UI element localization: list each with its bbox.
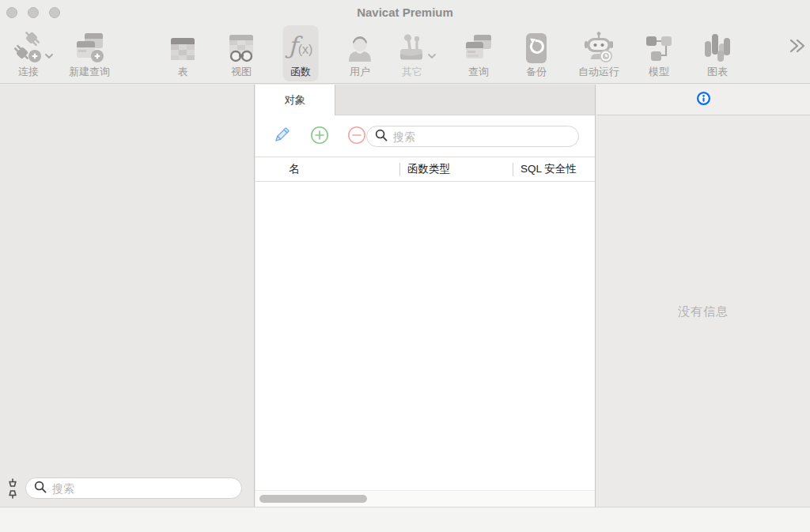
toolbar-item-label: 用户: [350, 65, 370, 78]
info-empty-message: 没有信息: [596, 116, 810, 507]
toolbar-item-model[interactable]: 模型: [638, 25, 679, 81]
toolbar-item-label: 函数: [290, 65, 311, 78]
toolbar-item-label: 备份: [526, 65, 547, 78]
toolbar-item-others[interactable]: 其它: [392, 25, 433, 81]
toolbar-item-label: 模型: [649, 65, 669, 78]
chevron-double-right-icon[interactable]: [788, 38, 807, 57]
toolbar-item-user[interactable]: 用户: [340, 25, 380, 81]
pencil-icon[interactable]: [272, 126, 291, 148]
info-icon[interactable]: [696, 91, 711, 109]
toolbar-item-automation[interactable]: 自动运行: [573, 25, 625, 81]
view-icon: [227, 28, 255, 65]
toolbar-item-backup[interactable]: 备份: [518, 25, 555, 81]
toolbar-item-query[interactable]: 查询: [458, 25, 499, 81]
search-icon: [34, 481, 47, 496]
column-header-function-type[interactable]: 函数类型: [400, 162, 513, 176]
search-icon: [375, 129, 388, 145]
charts-icon: [702, 28, 732, 65]
minus-circle-icon[interactable]: [347, 126, 366, 148]
connection-icon: [13, 28, 44, 65]
window-title: Navicat Premium: [0, 6, 810, 19]
chevron-down-icon: [45, 47, 53, 62]
toolbar-item-view[interactable]: 视图: [221, 25, 261, 81]
horizontal-scrollbar[interactable]: [255, 490, 595, 507]
query-icon: [464, 28, 494, 65]
table-header: 名 函数类型 SQL 安全性: [255, 157, 595, 182]
toolbar-item-new-query[interactable]: 新建查询: [63, 25, 115, 81]
toolbar-item-charts[interactable]: 图表: [697, 25, 738, 81]
toolbar-item-label: 图表: [707, 65, 728, 78]
objects-list-empty: [255, 182, 595, 490]
sidebar-search-field[interactable]: [25, 477, 242, 499]
sidebar-bottom-bar: [0, 477, 254, 500]
main-toolbar: 连接 新建查询: [0, 25, 810, 84]
objects-toolbar: [255, 115, 595, 157]
column-header-sql-security[interactable]: SQL 安全性: [513, 162, 595, 176]
status-bar: [0, 507, 810, 532]
titlebar: Navicat Premium: [0, 0, 810, 25]
toolbar-item-label: 新建查询: [69, 65, 110, 78]
toolbar-item-label: 查询: [468, 65, 489, 78]
objects-pane: 对象: [255, 85, 596, 507]
toolbar-item-label: 视图: [231, 65, 252, 78]
tab-objects[interactable]: 对象: [255, 85, 335, 115]
tab-bar: 对象: [255, 85, 595, 115]
automation-icon: [581, 28, 616, 65]
backup-icon: [524, 28, 549, 65]
toolbar-item-label: 其它: [402, 65, 422, 78]
toolbar-item-function[interactable]: ƒ(x) 函数: [283, 25, 319, 81]
sidebar-search-input[interactable]: [52, 482, 233, 495]
column-header-name[interactable]: 名: [255, 162, 399, 176]
new-query-icon: [74, 28, 105, 65]
info-pane: 没有信息: [596, 85, 810, 507]
toolbar-item-connection[interactable]: 连接: [7, 25, 50, 81]
toolbar-item-label: 连接: [18, 65, 39, 78]
model-icon: [644, 28, 674, 65]
info-pane-header: [596, 85, 810, 115]
objects-search-field[interactable]: [366, 126, 579, 147]
toolbar-item-label: 自动运行: [578, 65, 619, 78]
objects-search-input[interactable]: [393, 130, 570, 143]
user-icon: [346, 28, 374, 65]
table-icon: [168, 28, 197, 65]
others-icon: [397, 28, 427, 65]
connection-filter-icon[interactable]: [5, 478, 21, 499]
chevron-down-icon: [428, 47, 436, 62]
plus-circle-icon[interactable]: [310, 126, 329, 148]
toolbar-item-label: 表: [178, 65, 188, 78]
scrollbar-thumb[interactable]: [259, 495, 367, 503]
function-icon: ƒ(x): [289, 28, 313, 65]
toolbar-item-table[interactable]: 表: [163, 25, 202, 81]
connection-sidebar: [0, 85, 255, 507]
navicat-window: Navicat Premium: [0, 0, 810, 532]
tab-label: 对象: [285, 93, 306, 108]
